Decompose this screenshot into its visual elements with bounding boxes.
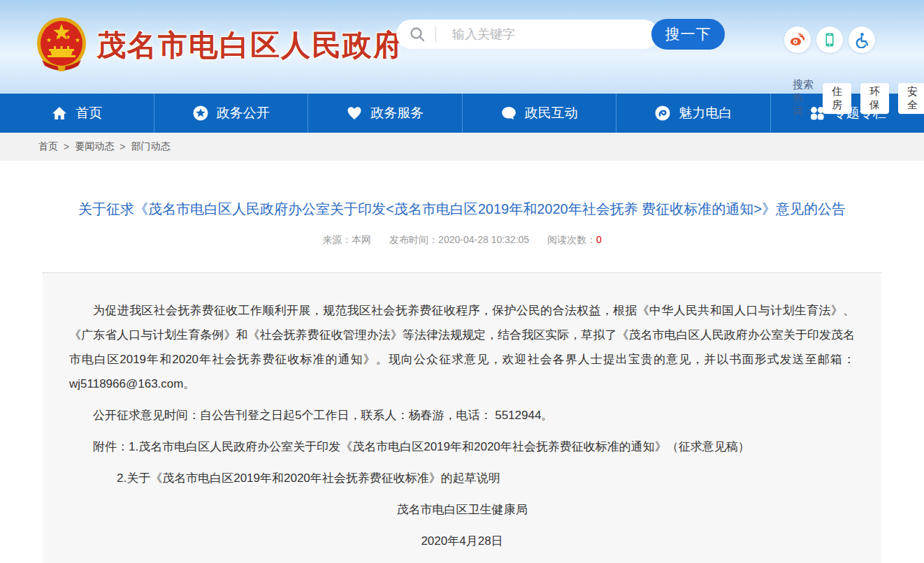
article: 关于征求《茂名市电白区人民政府办公室关于印发<茂名市电白区2019年和2020年…: [0, 161, 924, 563]
meta-views-count: 0: [596, 234, 602, 245]
article-date: 2020年4月28日: [69, 529, 855, 553]
nav-item-charm[interactable]: 魅力电白: [616, 94, 770, 133]
main-nav: 首页 政务公开 政务服务 政民互动 魅力电白: [0, 94, 924, 133]
breadcrumb-item-news[interactable]: 要闻动态: [75, 140, 114, 153]
quick-icon-weibo[interactable]: [784, 27, 811, 53]
paragraph: 附件：1.茂名市电白区人民政府办公室关于印发《茂名市电白区2019年和2020年…: [69, 434, 855, 459]
home-icon: [51, 105, 68, 122]
nav-item-interaction[interactable]: 政民互动: [462, 94, 616, 133]
accessibility-icon: [853, 31, 870, 48]
nav-item-gov-info[interactable]: 政务公开: [154, 94, 308, 133]
breadcrumb-separator: >: [64, 141, 69, 152]
breadcrumb-separator: >: [120, 141, 125, 152]
charm-icon: [654, 105, 671, 122]
article-signature: 茂名市电白区卫生健康局: [69, 497, 855, 522]
header-banner: 茂名市电白区人民政府 搜一下 搜索热词： 住房 环保 安全 医疗 文化: [0, 0, 924, 94]
nav-item-label: 首页: [75, 104, 102, 122]
nav-item-label: 政务公开: [217, 104, 270, 122]
meta-views-label: 阅读次数：: [547, 234, 596, 245]
mobile-icon: [821, 31, 838, 48]
article-meta: 来源：本网 发布时间：2020-04-28 10:32:05 阅读次数：0: [0, 234, 924, 247]
meta-views: 阅读次数：0: [547, 234, 602, 245]
site-title: 茂名市电白区人民政府: [96, 26, 404, 65]
search-icon: [409, 26, 426, 43]
paragraph: 为促进我区社会抚养费征收工作顺利开展，规范我区社会抚养费征收程序，保护公民的合法…: [69, 298, 855, 396]
search-divider: [435, 27, 436, 42]
breadcrumb-item-department[interactable]: 部门动态: [131, 140, 170, 153]
hot-words-label: 搜索热词：: [793, 78, 814, 118]
weibo-icon: [789, 31, 806, 48]
meta-source: 来源：本网: [322, 234, 371, 245]
hot-word-tag[interactable]: 环保: [860, 83, 889, 114]
breadcrumb: 首页 > 要闻动态 > 部门动态: [0, 133, 924, 161]
paragraph: 公开征求意见时间：自公告刊登之日起5个工作日，联系人：杨春游，电话： 55129…: [69, 403, 855, 427]
star-icon: [192, 105, 209, 122]
nav-item-home[interactable]: 首页: [0, 94, 154, 133]
article-body: 为促进我区社会抚养费征收工作顺利开展，规范我区社会抚养费征收程序，保护公民的合法…: [43, 272, 881, 563]
paragraph: 2.关于《茂名市电白区2019年和2020年社会抚养费征收标准》的起草说明: [69, 466, 855, 490]
quick-icon-accessibility[interactable]: [849, 27, 875, 53]
hot-word-tag[interactable]: 安全: [898, 83, 924, 114]
page-title: 关于征求《茂名市电白区人民政府办公室关于印发<茂名市电白区2019年和2020年…: [76, 198, 848, 221]
nav-item-gov-services[interactable]: 政务服务: [308, 94, 462, 133]
nav-item-label: 政务服务: [370, 104, 424, 122]
breadcrumb-item-home[interactable]: 首页: [38, 140, 58, 153]
national-emblem: [36, 17, 87, 74]
chat-icon: [500, 105, 517, 122]
heart-icon: [346, 105, 363, 122]
search-area: 搜一下 搜索热词： 住房 环保 安全 医疗 文化: [396, 20, 725, 49]
nav-item-label: 政民互动: [525, 104, 578, 122]
quick-icon-mobile[interactable]: [816, 27, 843, 53]
hot-word-tag[interactable]: 住房: [823, 83, 851, 114]
nav-item-label: 魅力电白: [679, 104, 732, 122]
search-button[interactable]: 搜一下: [651, 19, 725, 50]
meta-publish-time: 发布时间：2020-04-28 10:32:05: [389, 234, 529, 245]
site-logo[interactable]: 茂名市电白区人民政府: [36, 17, 404, 74]
